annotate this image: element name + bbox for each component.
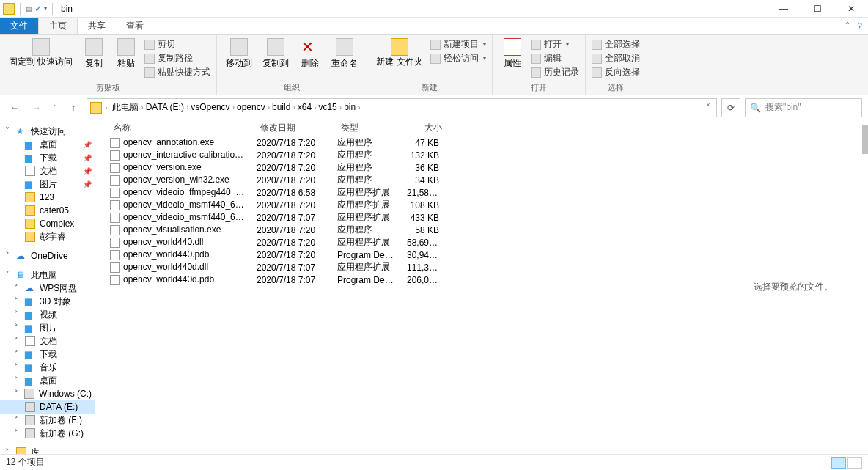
tab-share[interactable]: 共享 <box>78 18 116 34</box>
close-button[interactable]: ✕ <box>834 0 868 18</box>
nav-item[interactable]: ˃库 <box>0 446 95 454</box>
tab-file[interactable]: 文件 <box>0 18 38 34</box>
column-type[interactable]: 类型 <box>335 122 405 134</box>
nav-item[interactable]: Complex <box>0 217 95 230</box>
breadcrumb-item[interactable]: vsOpencv <box>188 102 232 112</box>
nav-item[interactable]: DATA (E:) <box>0 400 95 414</box>
history-button[interactable]: 历史记录 <box>531 66 579 78</box>
file-row[interactable]: opencv_world440d.dll 2020/7/18 7:07 应用程序… <box>95 261 718 273</box>
file-row[interactable]: opencv_visualisation.exe 2020/7/18 7:20 … <box>95 224 718 236</box>
expand-icon[interactable]: ˃ <box>12 349 21 359</box>
expand-icon[interactable]: ˃ <box>3 251 12 261</box>
expand-icon[interactable]: ˃ <box>12 428 21 438</box>
nav-item[interactable]: ˃▆视频 <box>0 308 95 321</box>
breadcrumb-item[interactable]: vc15 <box>316 102 339 112</box>
file-row[interactable]: opencv_interactive-calibration.exe 2020/… <box>95 149 718 161</box>
caret-icon[interactable]: ▤ <box>26 5 32 12</box>
nav-item[interactable]: ˃▆桌面 <box>0 374 95 387</box>
nav-item[interactable]: ˃文档 <box>0 334 95 348</box>
forward-button[interactable]: → <box>28 99 45 117</box>
open-button[interactable]: 打开▾ <box>531 38 579 51</box>
breadcrumb-item[interactable]: opencv <box>235 102 268 112</box>
copy-button[interactable]: 复制 <box>80 37 108 71</box>
scrollbar[interactable] <box>862 120 868 454</box>
nav-item[interactable]: ˃Windows (C:) <box>0 387 95 400</box>
column-headers[interactable]: 名称 修改日期 类型 大小 <box>95 120 718 136</box>
new-folder-button[interactable]: 新建 文件夹 <box>373 37 425 67</box>
chevron-right-icon[interactable]: › <box>358 103 360 111</box>
nav-item[interactable]: 彭宇睿 <box>0 230 95 243</box>
nav-item[interactable]: ˃▆下载 <box>0 348 95 361</box>
cut-button[interactable]: 剪切 <box>144 38 210 51</box>
copy-path-button[interactable]: 复制路径 <box>144 52 210 65</box>
properties-button[interactable]: 属性 <box>499 37 526 71</box>
up-button[interactable]: ↑ <box>65 99 82 117</box>
expand-icon[interactable]: ˃ <box>3 447 12 454</box>
tab-view[interactable]: 查看 <box>116 18 154 34</box>
nav-item[interactable]: ˃▆图片 <box>0 321 95 334</box>
file-row[interactable]: opencv_videoio_ffmpeg440_64.dll 2020/7/1… <box>95 186 718 199</box>
copy-to-button[interactable]: 复制到 <box>260 37 292 71</box>
expand-icon[interactable]: ˃ <box>12 362 21 372</box>
recent-dropdown[interactable]: ˅ <box>50 99 60 117</box>
nav-item[interactable]: ▆桌面📌 <box>0 138 95 151</box>
file-row[interactable]: opencv_annotation.exe 2020/7/18 7:20 应用程… <box>95 136 718 149</box>
expand-icon[interactable]: ˃ <box>12 283 21 293</box>
expand-icon[interactable]: ˃ <box>12 323 21 333</box>
nav-item[interactable]: cater05 <box>0 204 95 217</box>
rename-button[interactable]: 重命名 <box>328 37 361 71</box>
dropdown-icon[interactable]: ▾ <box>44 5 47 12</box>
nav-item[interactable]: 123 <box>0 191 95 204</box>
nav-item[interactable]: ˃▆音乐 <box>0 361 95 374</box>
details-view-button[interactable] <box>831 457 846 469</box>
navigation-pane[interactable]: ˅★快速访问▆桌面📌▆下载📌文档📌▆图片📌123cater05Complex彭宇… <box>0 120 95 454</box>
tab-home[interactable]: 主页 <box>38 18 78 34</box>
select-none-button[interactable]: 全部取消 <box>592 52 640 65</box>
nav-item[interactable]: ˃新加卷 (F:) <box>0 414 95 427</box>
expand-ribbon-icon[interactable]: ˄ <box>845 21 850 32</box>
nav-item[interactable]: ˃☁WPS网盘 <box>0 282 95 295</box>
minimize-button[interactable]: — <box>767 0 801 18</box>
breadcrumb-item[interactable]: build <box>270 102 293 112</box>
help-icon[interactable]: ? <box>857 21 862 32</box>
file-row[interactable]: opencv_world440d.pdb 2020/7/18 7:07 Prog… <box>95 273 718 286</box>
file-row[interactable]: opencv_videoio_msmf440_64.dll 2020/7/18 … <box>95 199 718 211</box>
nav-item[interactable]: ˅★快速访问 <box>0 125 95 138</box>
new-item-button[interactable]: 新建项目▾ <box>430 38 486 51</box>
paste-button[interactable]: 粘贴 <box>112 37 140 71</box>
file-list[interactable]: 名称 修改日期 类型 大小 opencv_annotation.exe 2020… <box>95 120 718 454</box>
breadcrumb-item[interactable]: bin <box>342 102 358 112</box>
nav-item[interactable]: ˅🖥此电脑 <box>0 268 95 282</box>
expand-icon[interactable]: ˃ <box>12 296 21 306</box>
file-row[interactable]: opencv_world440.dll 2020/7/18 7:20 应用程序扩… <box>95 236 718 249</box>
nav-item[interactable]: ▆下载📌 <box>0 151 95 164</box>
icons-view-button[interactable] <box>847 457 862 469</box>
delete-button[interactable]: ✕删除 <box>296 37 324 71</box>
column-date[interactable]: 修改日期 <box>254 122 335 134</box>
nav-item[interactable]: ▆图片📌 <box>0 177 95 191</box>
file-row[interactable]: opencv_version.exe 2020/7/18 7:20 应用程序 3… <box>95 161 718 174</box>
expand-icon[interactable]: ˅ <box>3 270 12 280</box>
file-row[interactable]: opencv_version_win32.exe 2020/7/18 7:20 … <box>95 174 718 186</box>
refresh-button[interactable]: ⟳ <box>721 98 740 117</box>
nav-item[interactable]: ˃☁OneDrive <box>0 249 95 262</box>
move-to-button[interactable]: 移动到 <box>223 37 255 71</box>
nav-item[interactable]: ˃▆3D 对象 <box>0 295 95 308</box>
expand-icon[interactable]: ˃ <box>12 375 21 386</box>
expand-icon[interactable]: ˃ <box>12 389 20 399</box>
expand-icon[interactable]: ˃ <box>12 415 21 425</box>
checkmark-icon[interactable]: ✓ <box>34 4 42 14</box>
nav-item[interactable]: 文档📌 <box>0 164 95 177</box>
invert-selection-button[interactable]: 反向选择 <box>592 66 640 78</box>
expand-icon[interactable]: ˃ <box>12 336 21 346</box>
expand-icon[interactable]: ˃ <box>12 309 21 320</box>
select-all-button[interactable]: 全部选择 <box>592 38 640 51</box>
nav-item[interactable]: ˃新加卷 (G:) <box>0 427 95 440</box>
expand-icon[interactable]: ˅ <box>3 126 12 136</box>
column-size[interactable]: 大小 <box>405 122 449 134</box>
edit-button[interactable]: 编辑 <box>531 52 579 65</box>
back-button[interactable]: ← <box>6 99 23 117</box>
breadcrumb-bar[interactable]: › 此电脑›DATA (E:)›vsOpencv›opencv›build›x6… <box>87 98 717 117</box>
breadcrumb-item[interactable]: x64 <box>295 102 314 112</box>
paste-shortcut-button[interactable]: 粘贴快捷方式 <box>144 66 210 78</box>
